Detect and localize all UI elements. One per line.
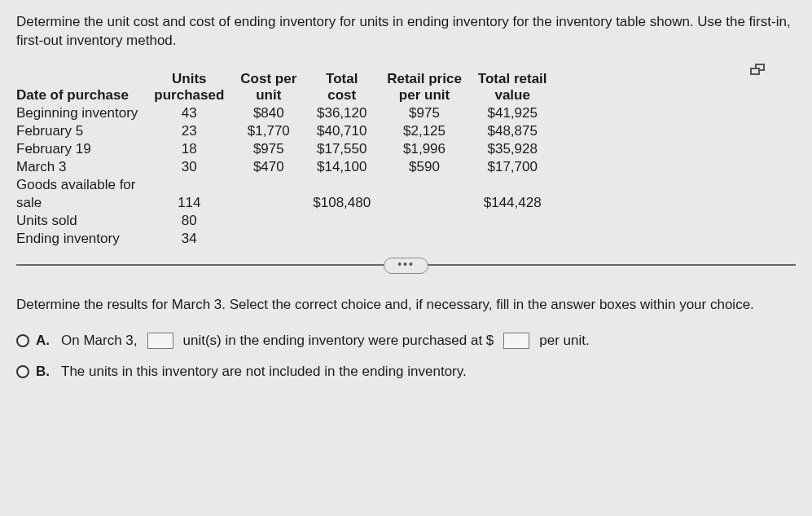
choice-a-text-post: per unit.	[539, 333, 589, 349]
cell-cpu: $975	[232, 140, 305, 158]
cell-trv: $144,428	[470, 194, 555, 212]
table-row: February 5 23 $1,770 $40,710 $2,125 $48,…	[16, 122, 555, 140]
choice-a-price-input[interactable]	[503, 333, 529, 349]
cell-cpu: $1,770	[232, 122, 305, 140]
expand-ellipsis-button[interactable]: •••	[384, 258, 428, 274]
popout-window-icon[interactable]	[750, 64, 765, 75]
table-row-units-sold: Units sold 80	[16, 212, 555, 230]
choice-a-units-input[interactable]	[147, 333, 173, 349]
cell-units: 18	[146, 140, 232, 158]
choice-b-letter: B.	[36, 364, 50, 380]
cell-units: 80	[146, 212, 232, 230]
cell-rpu: $1,996	[379, 140, 470, 158]
choice-a-text-pre: On March 3,	[61, 333, 138, 349]
cell-total: $17,550	[305, 140, 379, 158]
row-label: Ending inventory	[16, 230, 146, 248]
cell-rpu: $975	[379, 104, 470, 122]
choice-b-text: The units in this inventory are not incl…	[61, 364, 467, 380]
cell-total: $14,100	[305, 158, 379, 176]
cell-total: $40,710	[305, 122, 379, 140]
table-row: Beginning inventory 43 $840 $36,120 $975…	[16, 104, 555, 122]
cell-trv: $17,700	[470, 158, 555, 176]
cell-units: 34	[146, 230, 232, 248]
cell-trv: $48,875	[470, 122, 555, 140]
col-header-total-cost: Totalcost	[305, 70, 379, 104]
cell-cpu: $840	[232, 104, 305, 122]
cell-trv: $35,928	[470, 140, 555, 158]
row-label: February 19	[16, 140, 146, 158]
choice-a-text-mid: unit(s) in the ending inventory were pur…	[183, 333, 494, 349]
radio-choice-b[interactable]	[16, 365, 29, 378]
cell-rpu: $590	[379, 158, 470, 176]
row-label: Units sold	[16, 212, 146, 230]
cell-cpu: $470	[232, 158, 305, 176]
col-header-total-retail: Total retailvalue	[470, 70, 555, 104]
col-header-retail-price: Retail priceper unit	[379, 70, 470, 104]
cell-trv: $41,925	[470, 104, 555, 122]
cell-total: $108,480	[305, 194, 379, 212]
row-label: March 3	[16, 158, 146, 176]
table-row: February 19 18 $975 $17,550 $1,996 $35,9…	[16, 140, 555, 158]
cell-units: 30	[146, 158, 232, 176]
cell-units: 114	[146, 194, 232, 212]
table-row-gafs-l1: Goods available for	[16, 176, 555, 194]
question-instruction: Determine the unit cost and cost of endi…	[16, 13, 796, 51]
cell-units: 23	[146, 122, 232, 140]
row-label: Beginning inventory	[16, 104, 146, 122]
row-label: February 5	[16, 122, 146, 140]
sub-question-text: Determine the results for March 3. Selec…	[16, 295, 796, 315]
inventory-table: Date of purchase Unitspurchased Cost per…	[16, 70, 796, 248]
table-row-ending-inventory: Ending inventory 34	[16, 230, 555, 248]
cell-total: $36,120	[305, 104, 379, 122]
row-label: sale	[16, 194, 146, 212]
radio-choice-a[interactable]	[16, 334, 29, 347]
col-header-units: Unitspurchased	[146, 70, 232, 104]
cell-rpu: $2,125	[379, 122, 470, 140]
table-row-gafs-l2: sale 114 $108,480 $144,428	[16, 194, 555, 212]
choice-a-letter: A.	[36, 333, 50, 349]
choice-b-row: B. The units in this inventory are not i…	[16, 364, 796, 380]
table-row: March 3 30 $470 $14,100 $590 $17,700	[16, 158, 555, 176]
row-label: Goods available for	[16, 176, 146, 194]
col-header-date: Date of purchase	[16, 70, 146, 104]
choice-a-row: A. On March 3, unit(s) in the ending inv…	[16, 333, 796, 349]
cell-units: 43	[146, 104, 232, 122]
col-header-cost-per-unit: Cost perunit	[232, 70, 305, 104]
